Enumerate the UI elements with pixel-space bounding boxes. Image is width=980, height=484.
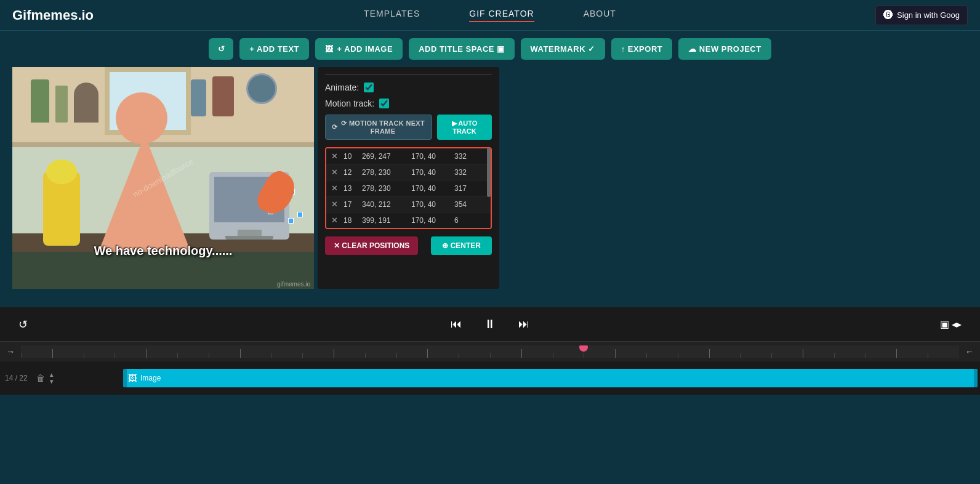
scrollbar[interactable] (487, 147, 491, 229)
add-title-space-button[interactable]: ADD TITLE SPACE ▣ (409, 38, 514, 60)
timeline-container: ↺ ⏮ ⏸ ⏭ ▣ ◂▸ → (0, 307, 980, 395)
track-resize-right[interactable] (974, 369, 978, 387)
frame-counter: 14 / 22 (5, 374, 28, 382)
new-project-button[interactable]: ☁ NEW PROJECT (678, 38, 771, 60)
gif-canvas: We have technology...... gifmemes.io no-… (12, 67, 314, 289)
panel-actions: ✕ CLEAR POSITIONS ⊕ CENTER (325, 236, 492, 255)
rm-9 (271, 353, 302, 358)
center-button[interactable]: ⊕ CENTER (431, 236, 492, 255)
pos-delete-1[interactable]: ✕ (331, 167, 343, 177)
rm-23 (709, 349, 741, 358)
center-label: ⊕ CENTER (442, 241, 481, 250)
rm-14 (427, 349, 459, 358)
timeline-reset-button[interactable]: ↺ (18, 318, 28, 331)
track-down-button[interactable]: ▼ (49, 379, 55, 385)
timeline-play-button[interactable]: ⏸ (479, 315, 501, 334)
main-content: We have technology...... gifmemes.io no-… (0, 67, 980, 301)
watermark: gifmemes.io (277, 281, 310, 288)
pos-row-4: ✕ 18 399, 191 170, 40 6 (326, 212, 491, 228)
timeline-ruler: → (0, 341, 980, 361)
track-label-area: 14 / 22 🗑 ▲ ▼ (0, 372, 123, 385)
pos-val-3: 354 (454, 200, 479, 209)
rm-10 (302, 353, 334, 358)
rm-12 (365, 353, 396, 358)
nav-gif-creator[interactable]: GIF CREATOR (469, 9, 534, 22)
rm-25 (771, 353, 803, 358)
nav-about[interactable]: ABOUT (584, 9, 616, 22)
pos-row-3: ✕ 17 340, 212 170, 40 354 (326, 196, 491, 212)
track-dot-5 (297, 212, 303, 217)
google-icon: 🅖 (883, 10, 893, 21)
track-delete-button[interactable]: 🗑 (36, 373, 45, 383)
rm-19 (584, 353, 615, 358)
motion-track-row: Motion track: (325, 99, 492, 108)
motion-track-label: Motion track: (325, 99, 374, 108)
ruler-track[interactable] (21, 345, 959, 358)
timeline-tracks: 14 / 22 🗑 ▲ ▼ 🖼 Image (0, 361, 980, 395)
pos-row-2: ✕ 13 278, 230 170, 40 317 (326, 180, 491, 196)
rm-29 (896, 349, 928, 358)
sign-in-button[interactable]: 🅖 Sign in with Goog (875, 6, 968, 25)
add-text-label: + ADD TEXT (249, 44, 299, 54)
pos-frame-3: 17 (343, 200, 362, 209)
rm-11 (334, 349, 365, 358)
side-panel: Animate: Motion track: ⟳ ⟳ MOTION TRACK … (318, 67, 499, 289)
pos-delete-0[interactable]: ✕ (331, 151, 343, 161)
rm-28 (866, 353, 897, 358)
panel-divider (325, 75, 492, 75)
rm-26 (803, 349, 834, 358)
clear-positions-button[interactable]: ✕ CLEAR POSITIONS (325, 236, 418, 255)
track-dot-4 (288, 218, 294, 224)
pos-row-0: ✕ 10 269, 247 170, 40 332 (326, 148, 491, 164)
pos-row-1: ✕ 12 278, 230 170, 40 332 (326, 164, 491, 180)
nav-templates[interactable]: TEMPLATES (364, 9, 420, 22)
motion-track-next-frame-button[interactable]: ⟳ ⟳ MOTION TRACK NEXT FRAME (325, 115, 432, 140)
sign-in-label: Sign in with Goog (897, 10, 960, 20)
pos-frame-1: 12 (343, 168, 362, 177)
track-bar[interactable]: 🖼 Image (123, 369, 978, 387)
positions-table: ✕ 10 269, 247 170, 40 332 ✕ 12 278, 230 … (325, 147, 492, 229)
toolbar: ↺ + ADD TEXT 🖼 + ADD IMAGE ADD TITLE SPA… (0, 31, 980, 67)
rm-4 (114, 353, 146, 358)
pos-coords-0: 269, 247 (362, 152, 411, 161)
caption-text: We have technology...... (94, 244, 233, 258)
ruler-scroll-right[interactable]: ← (959, 347, 980, 357)
motion-track-btn-label: ⟳ MOTION TRACK NEXT FRAME (340, 119, 425, 135)
rm-27 (834, 353, 866, 358)
timeline-next-button[interactable]: ⏭ (513, 315, 534, 333)
rm-18 (553, 353, 584, 358)
ruler-scroll-left[interactable]: → (0, 347, 21, 357)
pos-size-3: 170, 40 (411, 200, 454, 209)
export-button[interactable]: ↑ EXPORT (611, 38, 673, 60)
history-button[interactable]: ↺ (209, 38, 233, 60)
track-image-icon: 🖼 (128, 373, 137, 383)
motion-track-checkbox[interactable] (379, 99, 389, 108)
add-image-button[interactable]: 🖼 + ADD IMAGE (315, 38, 403, 60)
add-text-button[interactable]: + ADD TEXT (239, 38, 309, 60)
history-icon: ↺ (218, 44, 225, 54)
rm-20 (615, 349, 646, 358)
animate-checkbox[interactable] (364, 83, 374, 92)
timeline-prev-button[interactable]: ⏮ (446, 315, 467, 333)
export-label: ↑ EXPORT (621, 44, 663, 54)
pos-coords-2: 278, 230 (362, 184, 411, 193)
pos-delete-4[interactable]: ✕ (331, 216, 343, 225)
watermark-button[interactable]: WATERMARK ✓ (521, 38, 605, 60)
track-arrows: ▲ ▼ (49, 372, 55, 385)
rm-8 (240, 349, 271, 358)
add-image-icon: 🖼 (325, 44, 334, 54)
animate-label: Animate: (325, 83, 359, 92)
pos-frame-0: 10 (343, 152, 362, 161)
new-project-label: ☁ NEW PROJECT (688, 44, 761, 54)
pos-frame-2: 13 (343, 184, 362, 193)
pos-size-2: 170, 40 (411, 184, 454, 193)
track-resize-left[interactable] (123, 369, 127, 387)
track-up-button[interactable]: ▲ (49, 372, 55, 378)
timeline-end-button[interactable]: ▣ ◂▸ (940, 318, 962, 330)
pos-delete-3[interactable]: ✕ (331, 200, 343, 209)
pos-coords-1: 278, 230 (362, 168, 411, 177)
ruler-marks (21, 345, 959, 358)
pos-delete-2[interactable]: ✕ (331, 184, 343, 193)
auto-track-button[interactable]: ▶ AUTO TRACK (437, 115, 492, 140)
rm-17 (521, 349, 553, 358)
